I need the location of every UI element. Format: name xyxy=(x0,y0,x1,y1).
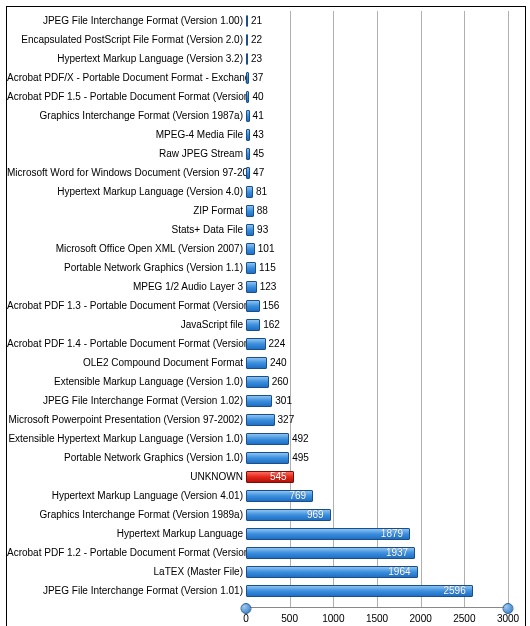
chart-row: Microsoft Powerpoint Presentation (Versi… xyxy=(7,410,525,429)
value-label: 156 xyxy=(263,300,280,311)
bar: 22 xyxy=(246,34,248,46)
chart-row: MPEG-4 Media File43 xyxy=(7,125,525,144)
axis-knob-icon xyxy=(241,603,252,614)
axis-knob-icon xyxy=(503,603,514,614)
chart-row: JavaScript file162 xyxy=(7,315,525,334)
bar: 769 xyxy=(246,490,313,502)
category-label: Microsoft Powerpoint Presentation (Versi… xyxy=(7,414,246,425)
category-label: MPEG-4 Media File xyxy=(7,129,246,140)
bar-track: 301 xyxy=(246,395,525,407)
category-label: Stats+ Data File xyxy=(7,224,246,235)
category-label: Microsoft Word for Windows Document (Ver… xyxy=(7,167,246,178)
bar-track: 769 xyxy=(246,490,525,502)
chart-row: Acrobat PDF/X - Portable Document Format… xyxy=(7,68,525,87)
bar: 240 xyxy=(246,357,267,369)
value-label: 327 xyxy=(278,414,295,425)
value-label: 81 xyxy=(256,186,267,197)
bar-track: 81 xyxy=(246,186,525,198)
bar: 123 xyxy=(246,281,257,293)
category-label: Raw JPEG Stream xyxy=(7,148,246,159)
bar-track: 224 xyxy=(246,338,525,350)
x-tick: 1000 xyxy=(322,613,344,624)
bar: 115 xyxy=(246,262,256,274)
value-label: 162 xyxy=(263,319,280,330)
value-label: 115 xyxy=(259,262,276,273)
bar: 23 xyxy=(246,53,248,65)
plot-area: JPEG File Interchange Format (Version 1.… xyxy=(7,11,525,607)
chart-row: Microsoft Office Open XML (Version 2007)… xyxy=(7,239,525,258)
bar: 40 xyxy=(246,91,249,103)
category-label: JPEG File Interchange Format (Version 1.… xyxy=(7,395,246,406)
bar: 47 xyxy=(246,167,250,179)
category-label: JavaScript file xyxy=(7,319,246,330)
category-label: OLE2 Compound Document Format xyxy=(7,357,246,368)
category-label: Acrobat PDF 1.5 - Portable Document Form… xyxy=(7,91,246,102)
chart-row: Raw JPEG Stream45 xyxy=(7,144,525,163)
bar: 156 xyxy=(246,300,260,312)
chart-row: Portable Network Graphics (Version 1.0)4… xyxy=(7,448,525,467)
bar-track: 327 xyxy=(246,414,525,426)
bar-track: 40 xyxy=(246,91,525,103)
bar: 93 xyxy=(246,224,254,236)
x-tick: 3000 xyxy=(497,613,519,624)
bar-track: 162 xyxy=(246,319,525,331)
value-label: 22 xyxy=(251,34,262,45)
chart-row: LaTEX (Master File)1964 xyxy=(7,562,525,581)
bar-track: 1964 xyxy=(246,566,525,578)
chart-row: Hypertext Markup Language (Version 4.01)… xyxy=(7,486,525,505)
bar: 1879 xyxy=(246,528,410,540)
x-tick: 500 xyxy=(281,613,298,624)
bar-track: 2596 xyxy=(246,585,525,597)
value-label: 43 xyxy=(253,129,264,140)
value-label: 37 xyxy=(252,72,263,83)
chart-row: Encapsulated PostScript File Format (Ver… xyxy=(7,30,525,49)
bar: 495 xyxy=(246,452,289,464)
bar: 41 xyxy=(246,110,250,122)
category-label: Microsoft Office Open XML (Version 2007) xyxy=(7,243,246,254)
bar-track: 969 xyxy=(246,509,525,521)
value-label: 101 xyxy=(258,243,275,254)
x-tick: 2000 xyxy=(410,613,432,624)
chart-row: UNKNOWN545 xyxy=(7,467,525,486)
bar: 21 xyxy=(246,15,248,27)
value-label: 40 xyxy=(252,91,263,102)
chart-row: Graphics Interchange Format (Version 198… xyxy=(7,106,525,125)
bar: 492 xyxy=(246,433,289,445)
bar-track: 115 xyxy=(246,262,525,274)
category-label: Acrobat PDF 1.3 - Portable Document Form… xyxy=(7,300,246,311)
category-label: Graphics Interchange Format (Version 198… xyxy=(7,509,246,520)
bar-track: 47 xyxy=(246,167,525,179)
category-label: Hypertext Markup Language (Version 4.01) xyxy=(7,490,246,501)
value-label: 1879 xyxy=(381,528,403,539)
value-label: 545 xyxy=(270,471,287,482)
bar-track: 22 xyxy=(246,34,525,46)
bar: 162 xyxy=(246,319,260,331)
bar: 224 xyxy=(246,338,266,350)
bar-track: 101 xyxy=(246,243,525,255)
chart-row: Extensible Markup Language (Version 1.0)… xyxy=(7,372,525,391)
value-label: 969 xyxy=(307,509,324,520)
bar-highlight: 545 xyxy=(246,471,294,483)
value-label: 41 xyxy=(253,110,264,121)
bar-track: 23 xyxy=(246,53,525,65)
bar-track: 37 xyxy=(246,72,525,84)
category-label: Acrobat PDF 1.4 - Portable Document Form… xyxy=(7,338,246,349)
category-label: Extensible Markup Language (Version 1.0) xyxy=(7,376,246,387)
bar: 45 xyxy=(246,148,250,160)
value-label: 123 xyxy=(260,281,277,292)
category-label: Graphics Interchange Format (Version 198… xyxy=(7,110,246,121)
bar-track: 41 xyxy=(246,110,525,122)
value-label: 88 xyxy=(257,205,268,216)
value-label: 45 xyxy=(253,148,264,159)
category-label: JPEG File Interchange Format (Version 1.… xyxy=(7,585,246,596)
chart-row: Microsoft Word for Windows Document (Ver… xyxy=(7,163,525,182)
value-label: 21 xyxy=(251,15,262,26)
category-label: JPEG File Interchange Format (Version 1.… xyxy=(7,15,246,26)
bar-track: 492 xyxy=(246,433,525,445)
chart-row: JPEG File Interchange Format (Version 1.… xyxy=(7,391,525,410)
bar: 88 xyxy=(246,205,254,217)
bar-track: 123 xyxy=(246,281,525,293)
category-label: Hypertext Markup Language xyxy=(7,528,246,539)
chart-row: Portable Network Graphics (Version 1.1)1… xyxy=(7,258,525,277)
value-label: 240 xyxy=(270,357,287,368)
